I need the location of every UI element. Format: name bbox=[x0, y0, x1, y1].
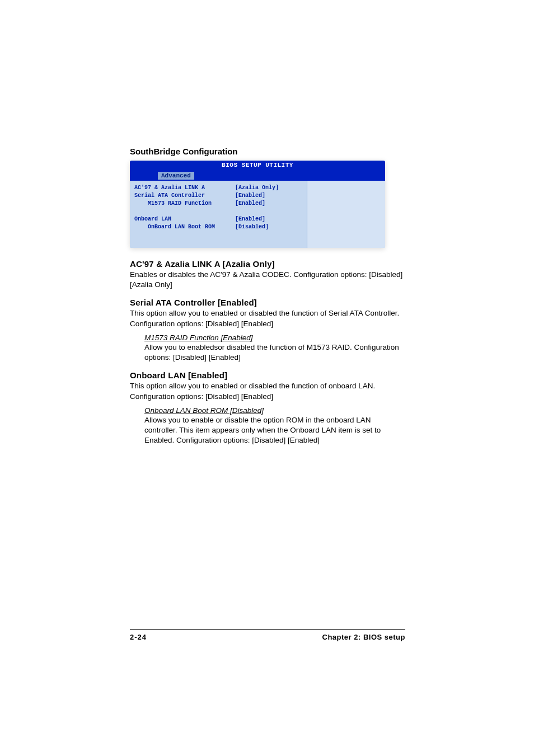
bios-setting-value: [Enabled] bbox=[235, 192, 302, 200]
item-desc: This option allow you to enabled or disa… bbox=[130, 381, 405, 401]
item-block: Onboard LAN [Enabled] This option allow … bbox=[130, 370, 405, 445]
section-title: SouthBridge Configuration bbox=[130, 147, 405, 156]
page-number: 2-24 bbox=[130, 633, 147, 641]
bios-settings-pane: AC'97 & Azalia LINK A [Azalia Only] Seri… bbox=[130, 181, 307, 248]
bios-setting-value: [Disabled] bbox=[235, 223, 302, 231]
bios-help-pane bbox=[307, 181, 385, 248]
page-footer: 2-24 Chapter 2: BIOS setup bbox=[130, 629, 405, 641]
sub-item-title: M1573 RAID Function [Enabled] bbox=[144, 334, 405, 342]
bios-setting-value: [Azalia Only] bbox=[235, 184, 302, 192]
bios-setting-label: M1573 RAID Function bbox=[134, 200, 235, 208]
bios-row: Onboard LAN [Enabled] bbox=[134, 215, 302, 223]
item-heading: AC'97 & Azalia LINK A [Azalia Only] bbox=[130, 259, 405, 269]
bios-row: Serial ATA Controller [Enabled] bbox=[134, 192, 302, 200]
sub-item-title: Onboard LAN Boot ROM [Disabled] bbox=[144, 406, 405, 415]
bios-setting-label: AC'97 & Azalia LINK A bbox=[134, 184, 235, 192]
item-desc: This option allow you to enabled or disa… bbox=[130, 308, 405, 328]
sub-item-block: Onboard LAN Boot ROM [Disabled] Allows y… bbox=[144, 406, 405, 446]
bios-panel: BIOS SETUP UTILITY Advanced AC'97 & Azal… bbox=[130, 161, 385, 248]
sub-item-desc: Allow you to enabledsor disabled the fun… bbox=[144, 342, 405, 363]
sub-item-block: M1573 RAID Function [Enabled] Allow you … bbox=[144, 334, 405, 363]
page-content: SouthBridge Configuration BIOS SETUP UTI… bbox=[130, 147, 405, 445]
item-block: AC'97 & Azalia LINK A [Azalia Only] Enab… bbox=[130, 259, 405, 290]
bios-setting-value: [Enabled] bbox=[235, 215, 302, 223]
bios-body: AC'97 & Azalia LINK A [Azalia Only] Seri… bbox=[130, 181, 385, 248]
item-block: Serial ATA Controller [Enabled] This opt… bbox=[130, 298, 405, 363]
bios-row: OnBoard LAN Boot ROM [Disabled] bbox=[134, 223, 302, 231]
spacer bbox=[134, 208, 302, 215]
bios-header-title: BIOS SETUP UTILITY bbox=[130, 161, 385, 170]
bios-row: M1573 RAID Function [Enabled] bbox=[134, 200, 302, 208]
bios-setting-label: Onboard LAN bbox=[134, 215, 235, 223]
item-heading: Serial ATA Controller [Enabled] bbox=[130, 298, 405, 307]
bios-tabs: Advanced bbox=[130, 170, 385, 181]
sub-item-desc: Allows you to enable or disable the opti… bbox=[144, 415, 405, 446]
item-desc: Enables or disables the AC'97 & Azalia C… bbox=[130, 270, 405, 290]
bios-setting-value: [Enabled] bbox=[235, 200, 302, 208]
chapter-label: Chapter 2: BIOS setup bbox=[322, 633, 405, 641]
bios-row: AC'97 & Azalia LINK A [Azalia Only] bbox=[134, 184, 302, 192]
bios-setting-label: Serial ATA Controller bbox=[134, 192, 235, 200]
bios-setting-label: OnBoard LAN Boot ROM bbox=[134, 223, 235, 231]
item-heading: Onboard LAN [Enabled] bbox=[130, 370, 405, 380]
bios-tab-advanced: Advanced bbox=[158, 172, 194, 180]
